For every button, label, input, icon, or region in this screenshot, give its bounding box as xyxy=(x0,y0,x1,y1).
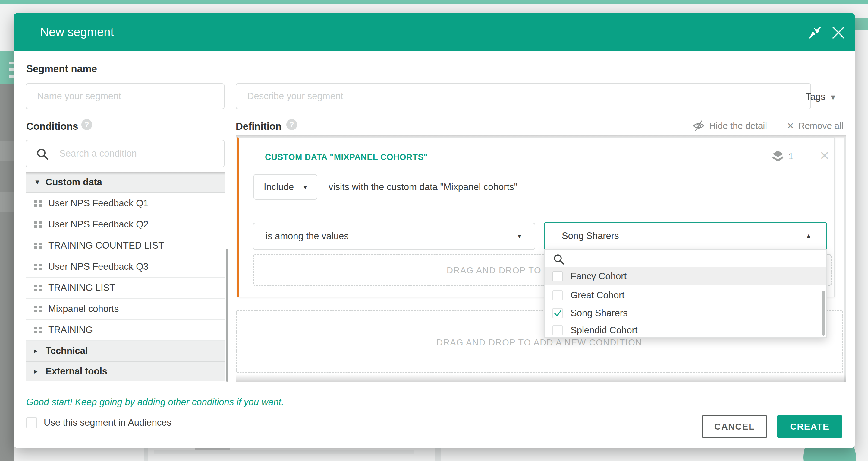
hamburger-icon xyxy=(9,75,13,78)
eye-off-icon xyxy=(692,119,705,132)
dropdown-divider xyxy=(553,266,819,266)
hide-detail-button[interactable]: Hide the detail xyxy=(692,119,767,133)
condition-item-label: TRAINING LIST xyxy=(48,282,115,293)
cancel-button[interactable]: CANCEL xyxy=(702,415,767,438)
tags-dropdown[interactable]: Tags ▾ xyxy=(806,90,835,104)
background-sidebar xyxy=(0,84,13,461)
condition-item[interactable]: TRAINING COUNTED LIST xyxy=(26,235,224,256)
group-label: Custom data xyxy=(45,177,102,188)
checkbox-checked[interactable] xyxy=(553,308,563,318)
operator-value: is among the values xyxy=(266,231,349,242)
cohort-value: Song Sharers xyxy=(562,231,619,241)
dropdown-scrollbar[interactable] xyxy=(822,291,825,336)
hide-detail-label: Hide the detail xyxy=(709,121,767,131)
cohort-option[interactable]: Splendid Cohort xyxy=(545,322,827,339)
definition-help-icon[interactable]: ? xyxy=(286,119,297,130)
caret-down-icon: ▼ xyxy=(302,183,308,191)
conditions-scrollbar[interactable] xyxy=(226,249,228,382)
caret-right-icon: ▸ xyxy=(34,347,41,355)
operator-select[interactable]: is among the values ▼ xyxy=(253,223,535,250)
include-value: Include xyxy=(264,182,294,193)
definition-label: Definition xyxy=(236,121,281,132)
condition-search xyxy=(26,140,224,168)
group-label: Technical xyxy=(45,345,88,356)
cohort-value-select[interactable]: Song Sharers ▲ xyxy=(544,222,827,250)
chevron-down-icon: ▾ xyxy=(831,92,835,102)
condition-item-label: User NPS Feedback Q1 xyxy=(48,198,149,209)
drag-handle-icon xyxy=(34,200,41,207)
create-button[interactable]: CREATE xyxy=(777,415,842,438)
layer-count: 1 xyxy=(772,150,794,163)
tags-label: Tags xyxy=(806,91,825,102)
cohort-option-label: Fancy Cohort xyxy=(570,271,627,282)
cohort-option[interactable]: Great Cohort xyxy=(545,286,827,304)
conditions-list: ▼ Custom data User NPS Feedback Q1 User … xyxy=(26,172,224,381)
audiences-row: Use this segment in Audiences xyxy=(26,417,172,428)
condition-group-technical[interactable]: ▸ Technical xyxy=(26,341,224,361)
condition-item[interactable]: User NPS Feedback Q3 xyxy=(26,256,224,278)
condition-group-custom-data[interactable]: ▼ Custom data xyxy=(26,172,224,193)
cohort-dropdown: Fancy Cohort Great Cohort Song Sharers S… xyxy=(544,249,827,338)
condition-item-label: TRAINING COUNTED LIST xyxy=(48,240,164,251)
checkbox-unchecked[interactable] xyxy=(553,271,563,282)
background-sidebar-row xyxy=(0,192,13,212)
condition-item[interactable]: User NPS Feedback Q2 xyxy=(26,214,224,235)
search-icon xyxy=(36,147,49,161)
condition-search-input[interactable] xyxy=(59,140,216,167)
segment-name-label: Segment name xyxy=(26,63,97,75)
condition-item[interactable]: TRAINING LIST xyxy=(26,278,224,299)
background-sidebar-row xyxy=(0,141,13,161)
caret-down-icon: ▼ xyxy=(34,178,41,186)
drag-handle-icon xyxy=(34,306,41,312)
new-segment-modal: New segment Segment name Tags ▾ Conditio… xyxy=(13,13,855,448)
check-icon xyxy=(554,309,562,318)
layer-count-value: 1 xyxy=(788,151,794,162)
condition-item-label: Mixpanel cohorts xyxy=(48,304,119,314)
definition-scrollbar-track[interactable] xyxy=(844,137,846,382)
remove-all-button[interactable]: ✕ Remove all xyxy=(787,119,844,133)
drag-handle-icon xyxy=(34,264,41,270)
caret-right-icon: ▸ xyxy=(34,368,41,375)
condition-group-external-tools[interactable]: ▸ External tools xyxy=(26,361,224,381)
drag-handle-icon xyxy=(34,285,41,291)
checkbox-unchecked[interactable] xyxy=(553,290,563,300)
cohort-option-label: Song Sharers xyxy=(570,308,628,319)
hamburger-icon xyxy=(9,62,13,64)
condition-item[interactable]: User NPS Feedback Q1 xyxy=(26,193,224,214)
segment-description-input[interactable] xyxy=(236,83,811,109)
background-panel-divider xyxy=(144,448,148,461)
background-menu-button xyxy=(0,51,13,84)
caret-down-icon: ▼ xyxy=(516,233,523,240)
collapse-icon[interactable] xyxy=(808,26,822,39)
background-table-row xyxy=(154,450,414,454)
layers-icon xyxy=(772,150,784,163)
modal-title: New segment xyxy=(40,13,114,51)
condition-item[interactable]: Mixpanel cohorts xyxy=(26,299,224,320)
search-icon xyxy=(553,253,565,265)
group-label: External tools xyxy=(45,366,107,377)
screen: New segment Segment name Tags ▾ Conditio… xyxy=(0,0,868,461)
drag-handle-icon xyxy=(34,327,41,334)
cohort-option[interactable]: Song Sharers xyxy=(545,304,827,322)
conditions-help-icon[interactable]: ? xyxy=(82,119,92,130)
condition-item[interactable]: TRAINING xyxy=(26,320,224,341)
remove-icon: ✕ xyxy=(787,121,794,131)
remove-all-label: Remove all xyxy=(798,121,843,131)
close-icon[interactable] xyxy=(832,26,845,39)
definition-scroll-shadow-bottom xyxy=(236,374,846,382)
cohort-option[interactable]: Fancy Cohort xyxy=(545,267,827,285)
condition-item-label: User NPS Feedback Q3 xyxy=(48,261,149,272)
drag-handle-icon xyxy=(34,222,41,228)
card-close-icon[interactable]: ✕ xyxy=(819,149,830,163)
cohort-option-label: Great Cohort xyxy=(570,290,624,301)
include-select[interactable]: Include ▼ xyxy=(253,174,317,200)
modal-header: New segment xyxy=(13,13,855,51)
audiences-checkbox[interactable] xyxy=(26,417,37,428)
hint-message: Good start! Keep going by adding other c… xyxy=(26,397,284,408)
segment-name-input[interactable] xyxy=(26,83,224,109)
checkbox-unchecked[interactable] xyxy=(553,325,563,336)
conditions-label: Conditions xyxy=(26,121,78,132)
condition-sentence: visits with the custom data "Mixpanel co… xyxy=(329,174,518,200)
background-header-band xyxy=(855,18,868,30)
new-condition-dropzone-label: DRAG AND DROP TO ADD A NEW CONDITION xyxy=(237,338,842,348)
